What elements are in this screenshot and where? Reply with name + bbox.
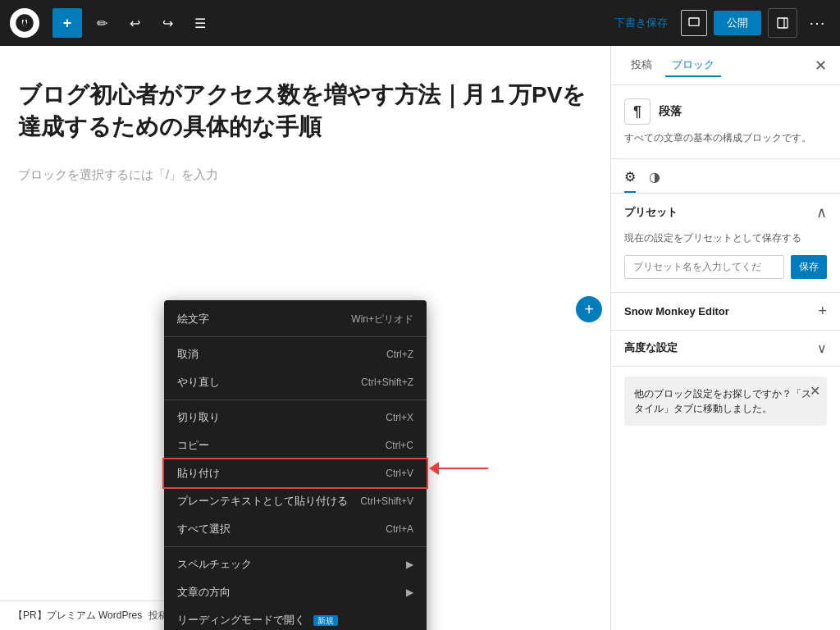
sidebar-tabs: 投稿 ブロック ✕ bbox=[611, 46, 840, 85]
preset-content: 現在の設定をプリセットとして保存する 保存 bbox=[611, 231, 840, 292]
editor-content: ブログ初心者がアクセス数を増やす方法｜月１万PVを達成するための具体的な手順 ブ… bbox=[2, 46, 609, 199]
draft-save-button[interactable]: 下書き保存 bbox=[608, 11, 674, 35]
divider-2 bbox=[164, 399, 427, 400]
arrow-head bbox=[429, 462, 439, 475]
block-settings-tab-general[interactable]: ⚙ bbox=[624, 166, 636, 193]
snow-monkey-add-icon[interactable]: + bbox=[818, 303, 827, 320]
context-menu-cut[interactable]: 切り取り Ctrl+X bbox=[164, 404, 427, 431]
wp-logo[interactable]: W bbox=[10, 8, 39, 38]
block-placeholder[interactable]: ブロックを選択するには「/」を入力 bbox=[18, 167, 592, 183]
list-view-button[interactable]: ☰ bbox=[187, 10, 213, 36]
svg-rect-3 bbox=[778, 18, 788, 28]
snow-monkey-editor-section[interactable]: Snow Monkey Editor + bbox=[611, 293, 840, 331]
block-settings-tabs: ⚙ ◑ bbox=[611, 159, 840, 194]
right-sidebar: 投稿 ブロック ✕ ¶ 段落 すべての文章の基本の構成ブロックです。 ⚙ ◑ プ… bbox=[610, 46, 840, 630]
block-settings-tab-style[interactable]: ◑ bbox=[649, 166, 660, 193]
context-menu-redo[interactable]: やり直し Ctrl+Shift+Z bbox=[164, 368, 427, 396]
preset-name-input[interactable] bbox=[624, 255, 784, 279]
block-info-header: ¶ 段落 bbox=[624, 98, 827, 125]
redo-button[interactable]: ↪ bbox=[154, 10, 180, 36]
preset-desc: 現在の設定をプリセットとして保存する bbox=[624, 231, 827, 245]
context-menu: 絵文字 Win+ピリオド 取消 Ctrl+Z やり直し Ctrl+Shift+Z… bbox=[164, 300, 427, 630]
notification-text: 他のブロック設定をお探しですか？「スタイル」タブに移動しました。 bbox=[634, 386, 817, 416]
preset-section-header[interactable]: プリセット ∧ bbox=[611, 194, 840, 231]
main-layout: ブログ初心者がアクセス数を増やす方法｜月１万PVを達成するための具体的な手順 ブ… bbox=[0, 46, 840, 630]
preset-section: プリセット ∧ 現在の設定をプリセットとして保存する 保存 bbox=[611, 194, 840, 293]
tab-post[interactable]: 投稿 bbox=[624, 54, 659, 77]
preset-save-button[interactable]: 保存 bbox=[791, 255, 827, 279]
sidebar-toggle-button[interactable] bbox=[768, 8, 797, 38]
paste-arrow bbox=[429, 462, 488, 475]
block-info: ¶ 段落 すべての文章の基本の構成ブロックです。 bbox=[611, 85, 840, 159]
notification-close-button[interactable]: ✕ bbox=[810, 383, 820, 399]
context-menu-select-all[interactable]: すべて選択 Ctrl+A bbox=[164, 515, 427, 543]
snow-monkey-editor-title: Snow Monkey Editor bbox=[624, 305, 729, 317]
context-menu-spellcheck[interactable]: スペルチェック ▶ bbox=[164, 550, 427, 578]
context-menu-copy[interactable]: コピー Ctrl+C bbox=[164, 431, 427, 459]
post-title[interactable]: ブログ初心者がアクセス数を増やす方法｜月１万PVを達成するための具体的な手順 bbox=[18, 79, 592, 143]
pencil-icon-btn[interactable]: ✏ bbox=[89, 10, 115, 36]
svg-rect-2 bbox=[689, 18, 699, 25]
divider-3 bbox=[164, 546, 427, 547]
toolbar: W + ✏ ↩ ↪ ☰ 下書き保存 公開 ⋯ bbox=[0, 0, 840, 46]
add-block-button[interactable]: + bbox=[52, 8, 82, 38]
more-options-button[interactable]: ⋯ bbox=[804, 10, 830, 36]
tab-block[interactable]: ブロック bbox=[665, 54, 721, 77]
context-menu-text-direction[interactable]: 文章の方向 ▶ bbox=[164, 578, 427, 606]
preview-button[interactable] bbox=[681, 10, 707, 36]
preset-input-row: 保存 bbox=[624, 255, 827, 279]
preset-toggle-icon: ∧ bbox=[816, 203, 827, 221]
advanced-settings-section[interactable]: 高度な設定 ∨ bbox=[611, 331, 840, 367]
context-menu-emoji[interactable]: 絵文字 Win+ピリオド bbox=[164, 305, 427, 333]
context-menu-paste-plain[interactable]: プレーンテキストとして貼り付ける Ctrl+Shift+V bbox=[164, 487, 427, 515]
publish-button[interactable]: 公開 bbox=[714, 11, 761, 35]
block-name: 段落 bbox=[659, 104, 682, 119]
context-menu-undo[interactable]: 取消 Ctrl+Z bbox=[164, 340, 427, 368]
svg-text:W: W bbox=[20, 17, 30, 29]
pr-text: 【PR】プレミアム WordPres bbox=[13, 609, 142, 623]
preset-section-title: プリセット bbox=[624, 205, 678, 220]
editor-area[interactable]: ブログ初心者がアクセス数を増やす方法｜月１万PVを達成するための具体的な手順 ブ… bbox=[0, 46, 610, 630]
sidebar-close-button[interactable]: ✕ bbox=[815, 57, 827, 75]
arrow-line bbox=[439, 468, 488, 469]
undo-button[interactable]: ↩ bbox=[121, 10, 148, 36]
advanced-toggle-icon: ∨ bbox=[817, 340, 827, 356]
notification-box: 他のブロック設定をお探しですか？「スタイル」タブに移動しました。 ✕ bbox=[624, 377, 827, 426]
block-desc: すべての文章の基本の構成ブロックです。 bbox=[624, 131, 827, 145]
floating-add-block-button[interactable]: + bbox=[576, 296, 602, 322]
paragraph-icon: ¶ bbox=[624, 98, 651, 125]
context-menu-reading-mode[interactable]: リーディングモードで開く 新規 bbox=[164, 606, 427, 630]
context-menu-paste[interactable]: 貼り付け Ctrl+V bbox=[164, 459, 427, 487]
advanced-settings-title: 高度な設定 bbox=[624, 340, 678, 355]
divider-1 bbox=[164, 336, 427, 337]
